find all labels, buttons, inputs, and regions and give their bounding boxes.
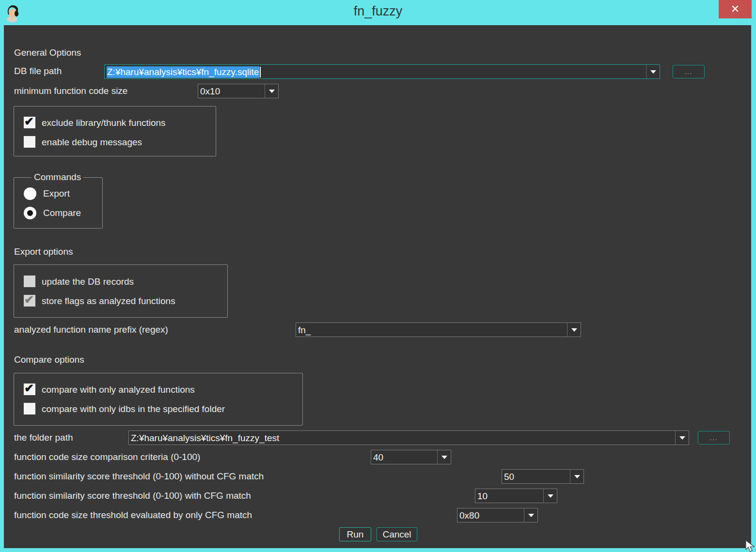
chevron-down-icon[interactable] [265, 84, 278, 98]
chevron-down-icon[interactable] [524, 508, 537, 522]
update-db-records-label: update the DB records [42, 276, 134, 287]
cancel-button[interactable]: Cancel [377, 527, 417, 541]
compare-radio-label: Compare [43, 208, 81, 218]
chevron-down-icon[interactable] [543, 489, 557, 503]
min-function-size-label: minimum function code size [14, 86, 127, 96]
commands-group: Commands Export Compare [14, 177, 103, 229]
db-path-browse-button[interactable]: ... [673, 65, 705, 78]
chevron-down-icon[interactable] [646, 65, 660, 78]
commands-legend: Commands [32, 172, 83, 183]
size-criteria-value[interactable]: 40 [371, 450, 437, 464]
close-icon: ✕ [731, 3, 740, 15]
general-checkbox-group: ✔ exclude library/thunk functions ✔ enab… [14, 106, 216, 156]
size-threshold-cfg-combobox[interactable]: 0x80 [457, 508, 538, 522]
size-criteria-combobox[interactable]: 40 [371, 450, 451, 464]
chevron-down-icon[interactable] [570, 470, 583, 483]
export-radio[interactable] [24, 187, 36, 200]
db-file-path-value[interactable]: Z:¥haru¥analysis¥tics¥fn_fuzzy.sqlite [105, 65, 646, 78]
chevron-down-icon[interactable] [675, 431, 689, 445]
folder-path-combobox[interactable]: Z:¥haru¥analysis¥tics¥fn_fuzzy_test [128, 430, 689, 445]
exclude-library-checkbox[interactable]: ✔ [24, 117, 35, 128]
compare-analyzed-checkbox[interactable]: ✔ [24, 383, 35, 395]
similarity-without-cfg-value[interactable]: 50 [502, 470, 570, 483]
similarity-without-cfg-combobox[interactable]: 50 [502, 469, 584, 484]
folder-path-browse-button[interactable]: ... [698, 431, 730, 445]
export-options-group: ✔ update the DB records ✔ store flags as… [14, 264, 228, 318]
similarity-with-cfg-combobox[interactable]: 10 [475, 489, 557, 503]
general-options-heading: General Options [14, 47, 81, 58]
chevron-down-icon[interactable] [437, 450, 451, 464]
min-function-size-combobox[interactable]: 0x10 [198, 84, 279, 98]
size-criteria-label: function code size comparison criteria (… [14, 452, 200, 462]
min-function-size-value[interactable]: 0x10 [198, 84, 265, 98]
folder-path-label: the folder path [14, 432, 73, 443]
compare-options-group: ✔ compare with only analyzed functions ✔… [14, 373, 303, 426]
update-db-records-checkbox: ✔ [24, 276, 35, 287]
size-threshold-cfg-value[interactable]: 0x80 [457, 508, 524, 522]
dialog-body: General Options DB file path Z:¥haru¥ana… [4, 25, 751, 548]
similarity-with-cfg-label: function similarity score threshold (0-1… [14, 491, 251, 501]
export-options-heading: Export options [14, 246, 73, 257]
folder-path-value[interactable]: Z:¥haru¥analysis¥tics¥fn_fuzzy_test [129, 431, 675, 445]
store-flags-checkbox: ✔ [24, 295, 35, 307]
exclude-library-label: exclude library/thunk functions [42, 118, 166, 128]
prefix-regex-value[interactable]: fn_ [296, 323, 567, 337]
fn-fuzzy-dialog: fn_fuzzy ✕ General Options DB file path … [0, 0, 756, 552]
enable-debug-label: enable debug messages [42, 137, 142, 148]
compare-radio[interactable] [24, 207, 36, 219]
mouse-cursor [744, 539, 756, 552]
export-radio-label: Export [43, 188, 70, 199]
title-bar[interactable]: fn_fuzzy ✕ [0, 0, 756, 25]
close-button[interactable]: ✕ [719, 0, 752, 18]
prefix-regex-label: analyzed function name prefix (regex) [14, 324, 168, 335]
window-title: fn_fuzzy [0, 4, 756, 19]
db-file-path-label: DB file path [14, 66, 62, 77]
compare-idbs-folder-label: compare with only idbs in the specified … [42, 404, 225, 414]
db-file-path-combobox[interactable]: Z:¥haru¥analysis¥tics¥fn_fuzzy.sqlite [104, 64, 660, 79]
compare-idbs-folder-checkbox[interactable]: ✔ [24, 403, 35, 414]
text-caret [260, 67, 261, 77]
similarity-with-cfg-value[interactable]: 10 [475, 489, 543, 503]
size-threshold-cfg-label: function code size threshold evaluated b… [14, 510, 252, 521]
enable-debug-checkbox[interactable]: ✔ [24, 136, 35, 148]
similarity-without-cfg-label: function similarity score threshold (0-1… [14, 471, 264, 482]
run-button[interactable]: Run [339, 527, 371, 541]
compare-analyzed-label: compare with only analyzed functions [42, 384, 195, 395]
compare-options-heading: Compare options [14, 354, 84, 365]
prefix-regex-combobox[interactable]: fn_ [296, 322, 581, 337]
chevron-down-icon[interactable] [567, 323, 581, 337]
store-flags-label: store flags as analyzed functions [42, 296, 175, 307]
